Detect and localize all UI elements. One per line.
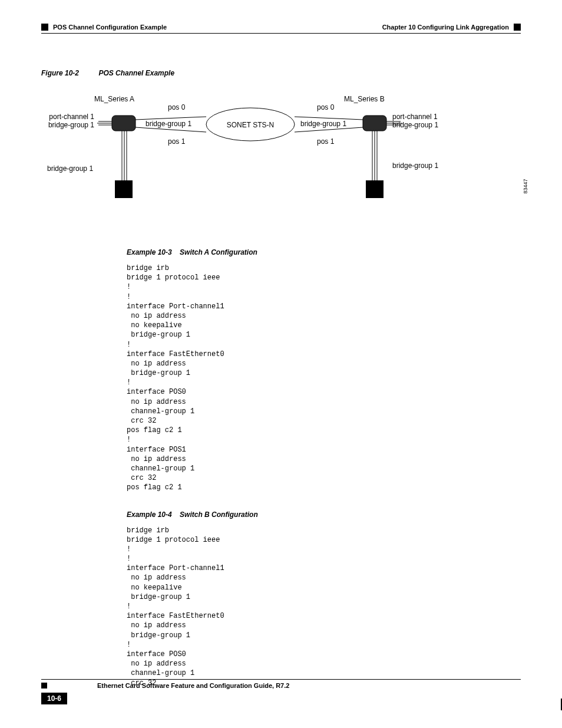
svg-line-6	[135, 127, 206, 132]
svg-rect-2	[115, 180, 133, 198]
page-footer: Ethernet Card Software Feature and Confi…	[41, 679, 521, 704]
figure-diagram: SONET STS-N ML_Series A ML_Series B port…	[41, 95, 521, 225]
figure-caption: Figure 10-2 POS Channel Example	[41, 69, 521, 77]
label-pos0-a: pos 0	[168, 103, 185, 111]
page-header: POS Channel Configuration Example Chapte…	[41, 24, 521, 34]
label-bg-b-top: bridge-group 1	[300, 120, 346, 128]
example-4-code: bridge irb bridge 1 protocol ieee ! ! in…	[127, 526, 521, 688]
example-4-title: Example 10-4 Switch B Configuration	[127, 510, 521, 519]
label-port-channel-right: port-channel 1 bridge-group 1	[392, 113, 438, 129]
label-port-channel-left: port-channel 1 bridge-group 1	[35, 113, 94, 129]
footer-title: Ethernet Card Software Feature and Confi…	[97, 682, 289, 689]
example-4-title-text: Switch B Configuration	[180, 510, 258, 519]
example-3-code: bridge irb bridge 1 protocol ieee ! ! in…	[127, 263, 521, 493]
svg-rect-1	[363, 116, 386, 131]
footer-marker-icon	[41, 683, 47, 689]
figure-id: 83447	[522, 179, 528, 193]
header-left: POS Channel Configuration Example	[41, 24, 167, 31]
header-section-title: POS Channel Configuration Example	[53, 24, 167, 31]
example-4-num: Example 10-4	[127, 510, 172, 519]
header-marker-icon	[41, 24, 48, 31]
header-marker-icon	[514, 24, 521, 31]
label-ml-series-a: ML_Series A	[94, 95, 134, 103]
figure-title-text: POS Channel Example	[98, 69, 174, 77]
label-pos1-b: pos 1	[317, 137, 334, 146]
example-3-num: Example 10-3	[127, 248, 172, 256]
page-number: 10-6	[41, 693, 67, 704]
label-bg-a-bottom: bridge-group 1	[47, 164, 93, 173]
label-pos1-a: pos 1	[168, 137, 185, 146]
example-3-title: Example 10-3 Switch A Configuration	[127, 248, 521, 256]
svg-rect-0	[112, 116, 135, 131]
label-bg-a-top: bridge-group 1	[146, 120, 191, 128]
svg-text:SONET STS-N: SONET STS-N	[227, 121, 274, 129]
svg-line-8	[295, 127, 363, 132]
example-3-title-text: Switch A Configuration	[180, 248, 257, 256]
svg-rect-3	[366, 180, 384, 198]
header-right: Chapter 10 Configuring Link Aggregation	[382, 24, 521, 31]
label-ml-series-b: ML_Series B	[344, 95, 385, 103]
label-pos0-b: pos 0	[317, 103, 334, 111]
label-bg-b-bottom: bridge-group 1	[392, 162, 438, 170]
header-chapter: Chapter 10 Configuring Link Aggregation	[382, 24, 509, 31]
figure-number: Figure 10-2	[41, 69, 79, 77]
